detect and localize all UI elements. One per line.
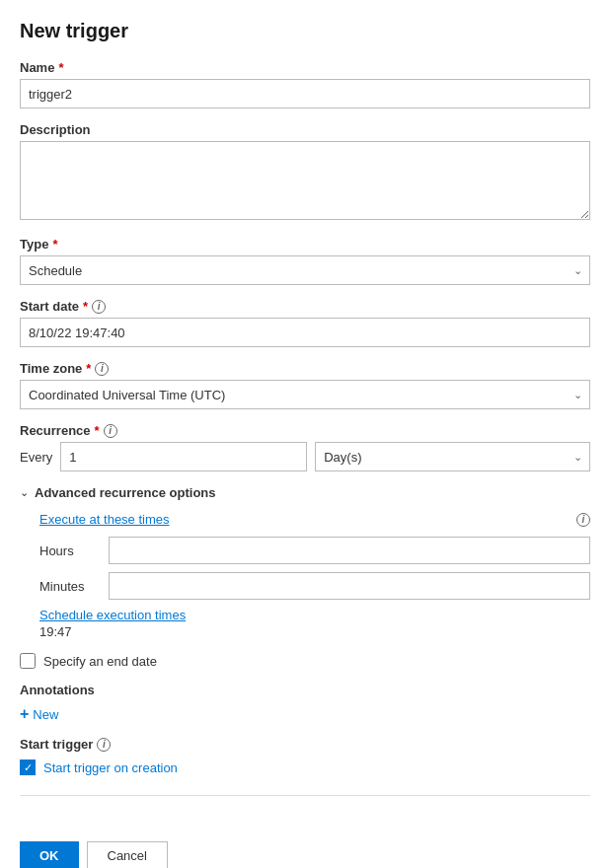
recurrence-unit-wrapper: Minute(s) Hour(s) Day(s) Week(s) Month(s… xyxy=(315,442,590,471)
type-select-wrapper: Schedule Tumbling Window Event ⌄ xyxy=(20,255,590,285)
checkmark-icon: ✓ xyxy=(24,762,33,773)
hours-input[interactable] xyxy=(109,537,590,564)
type-label: Type * xyxy=(20,237,590,252)
ok-button[interactable]: OK xyxy=(20,841,79,868)
execute-info-icon[interactable]: i xyxy=(576,513,590,527)
start-trigger-checkbox-label: Start trigger on creation xyxy=(43,760,178,775)
advanced-toggle[interactable]: ⌄ Advanced recurrence options xyxy=(20,485,590,500)
execute-row: Execute at these times i xyxy=(39,512,590,527)
schedule-section: Schedule execution times 19:47 xyxy=(39,608,590,639)
hours-label: Hours xyxy=(39,543,109,558)
description-group: Description xyxy=(20,122,590,223)
description-input[interactable] xyxy=(20,141,590,220)
recurrence-label: Recurrence * i xyxy=(20,423,590,438)
recurrence-unit-select[interactable]: Minute(s) Hour(s) Day(s) Week(s) Month(s… xyxy=(315,442,590,471)
time-zone-label: Time zone * i xyxy=(20,361,590,376)
start-trigger-label: Start trigger xyxy=(20,737,93,752)
schedule-link[interactable]: Schedule execution times xyxy=(39,608,186,622)
name-required: * xyxy=(58,60,63,75)
name-input[interactable] xyxy=(20,79,590,108)
advanced-label: Advanced recurrence options xyxy=(35,485,216,500)
cancel-button[interactable]: Cancel xyxy=(87,841,168,868)
minutes-label: Minutes xyxy=(39,579,109,594)
start-trigger-checkbox-row: ✓ Start trigger on creation xyxy=(20,760,590,775)
every-label: Every xyxy=(20,450,52,465)
recurrence-group: Recurrence * i Every Minute(s) Hour(s) D… xyxy=(20,423,590,471)
start-date-input[interactable] xyxy=(20,318,590,347)
plus-icon: + xyxy=(20,705,29,723)
schedule-time: 19:47 xyxy=(39,624,590,639)
minutes-row: Minutes xyxy=(39,572,590,600)
start-trigger-checkbox[interactable]: ✓ xyxy=(20,760,36,775)
time-zone-info-icon[interactable]: i xyxy=(95,362,109,376)
start-date-label: Start date * i xyxy=(20,299,590,314)
time-zone-select[interactable]: Coordinated Universal Time (UTC) xyxy=(20,380,590,409)
recurrence-required: * xyxy=(95,423,100,438)
recurrence-number-input[interactable] xyxy=(60,442,307,471)
footer-buttons: OK Cancel xyxy=(0,832,610,868)
start-trigger-info-icon[interactable]: i xyxy=(97,738,111,752)
recurrence-row: Every Minute(s) Hour(s) Day(s) Week(s) M… xyxy=(20,442,590,471)
name-group: Name * xyxy=(20,60,590,108)
start-date-info-icon[interactable]: i xyxy=(92,300,106,314)
description-label: Description xyxy=(20,122,590,137)
name-label: Name * xyxy=(20,60,590,75)
advanced-section: ⌄ Advanced recurrence options Execute at… xyxy=(20,485,590,639)
type-required: * xyxy=(52,237,57,252)
start-trigger-section: Start trigger i ✓ Start trigger on creat… xyxy=(20,737,590,775)
start-date-group: Start date * i xyxy=(20,299,590,347)
advanced-chevron-icon: ⌄ xyxy=(20,486,29,499)
new-annotation-button[interactable]: + New xyxy=(20,705,58,723)
type-group: Type * Schedule Tumbling Window Event ⌄ xyxy=(20,237,590,285)
time-zone-group: Time zone * i Coordinated Universal Time… xyxy=(20,361,590,409)
time-zone-select-wrapper: Coordinated Universal Time (UTC) ⌄ xyxy=(20,380,590,409)
advanced-content: Execute at these times i Hours Minutes S… xyxy=(20,512,590,639)
time-zone-required: * xyxy=(86,361,91,376)
end-date-row: Specify an end date xyxy=(20,653,590,669)
hours-row: Hours xyxy=(39,537,590,564)
annotations-label: Annotations xyxy=(20,683,590,697)
annotations-section: Annotations + New xyxy=(20,683,590,723)
start-date-required: * xyxy=(83,299,88,314)
end-date-label: Specify an end date xyxy=(43,654,157,669)
execute-link[interactable]: Execute at these times xyxy=(39,512,170,527)
footer-divider xyxy=(20,795,590,796)
end-date-checkbox[interactable] xyxy=(20,653,36,669)
form-container: New trigger Name * Description Type * Sc… xyxy=(0,0,610,832)
recurrence-info-icon[interactable]: i xyxy=(104,424,117,438)
start-trigger-label-row: Start trigger i xyxy=(20,737,590,752)
new-annotation-label: New xyxy=(33,707,58,722)
type-select[interactable]: Schedule Tumbling Window Event xyxy=(20,255,590,285)
page-title: New trigger xyxy=(20,20,590,42)
hours-minutes-section: Hours Minutes xyxy=(39,537,590,600)
minutes-input[interactable] xyxy=(109,572,590,600)
